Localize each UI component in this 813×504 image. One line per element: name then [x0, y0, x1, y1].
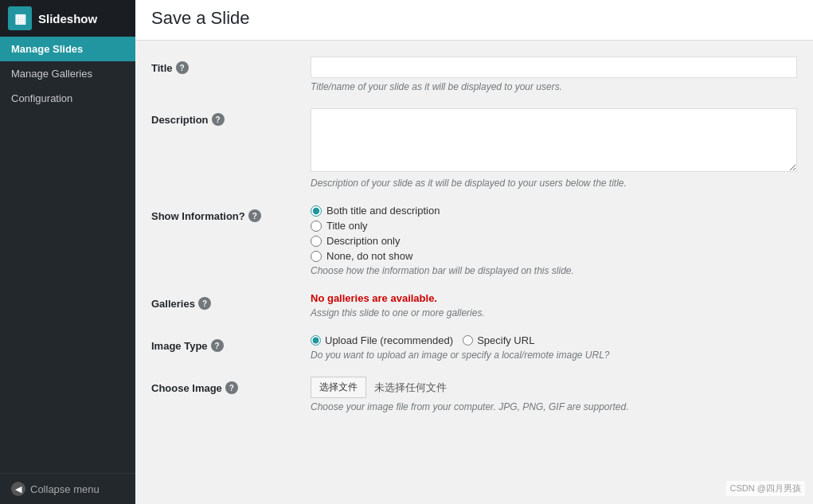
galleries-error: No galleries are available. — [311, 292, 797, 304]
description-field: Description of your slide as it will be … — [311, 108, 797, 189]
sidebar-item-manage-galleries[interactable]: Manage Galleries — [0, 61, 135, 86]
sidebar: ▦ Slideshow Manage Slides Manage Galleri… — [0, 0, 135, 504]
collapse-menu[interactable]: ◀ Collapse menu — [0, 473, 135, 504]
show-info-help-icon[interactable]: ? — [248, 209, 261, 222]
plugin-name: Slideshow — [38, 12, 97, 25]
radio-none[interactable]: None, do not show — [311, 250, 797, 262]
radio-both[interactable]: Both title and description — [311, 205, 797, 217]
content-area: Title ? Title/name of your slide as it w… — [135, 41, 813, 444]
galleries-hint: Assign this slide to one or more galleri… — [311, 307, 797, 318]
radio-url[interactable]: Specify URL — [463, 334, 534, 346]
show-info-field: Both title and description Title only De… — [311, 205, 797, 276]
galleries-field: No galleries are available. Assign this … — [311, 292, 797, 318]
radio-none-input[interactable] — [311, 251, 322, 262]
radio-upload-input[interactable] — [311, 335, 321, 346]
title-hint: Title/name of your slide as it will be d… — [311, 81, 797, 92]
radio-description-only-input[interactable] — [311, 236, 322, 247]
image-type-options: Upload File (recommended) Specify URL — [311, 334, 797, 346]
galleries-help-icon[interactable]: ? — [198, 297, 211, 310]
radio-url-input[interactable] — [463, 335, 473, 346]
choose-file-button[interactable]: 选择文件 — [311, 377, 366, 398]
page-title: Save a Slide — [151, 8, 797, 29]
galleries-row: Galleries ? No galleries are available. … — [151, 292, 797, 318]
choose-image-help-icon[interactable]: ? — [225, 381, 238, 394]
watermark: CSDN @四月男孩 — [726, 481, 805, 496]
title-label: Title ? — [151, 57, 311, 74]
image-type-help-icon[interactable]: ? — [211, 339, 224, 352]
image-type-hint: Do you want to upload an image or specif… — [311, 350, 797, 361]
title-input[interactable] — [311, 57, 797, 78]
plugin-icon: ▦ — [8, 6, 32, 30]
page-header: Save a Slide — [135, 0, 813, 41]
choose-image-field: 选择文件 未选择任何文件 Choose your image file from… — [311, 377, 797, 412]
description-help-icon[interactable]: ? — [212, 113, 225, 126]
radio-upload[interactable]: Upload File (recommended) — [311, 334, 453, 346]
image-type-label: Image Type ? — [151, 334, 311, 352]
title-field: Title/name of your slide as it will be d… — [311, 57, 797, 92]
file-name-label: 未选择任何文件 — [374, 381, 447, 395]
description-label: Description ? — [151, 108, 311, 126]
description-hint: Description of your slide as it will be … — [311, 178, 797, 189]
sidebar-item-configuration[interactable]: Configuration — [0, 86, 135, 111]
file-upload-row: 选择文件 未选择任何文件 — [311, 377, 797, 398]
radio-title-only[interactable]: Title only — [311, 220, 797, 232]
description-input[interactable] — [311, 108, 797, 172]
main-content: Save a Slide Title ? Title/name of your … — [135, 0, 813, 504]
show-info-hint: Choose how the information bar will be d… — [311, 265, 797, 276]
sidebar-nav: Manage Slides Manage Galleries Configura… — [0, 37, 135, 473]
title-help-icon[interactable]: ? — [176, 61, 189, 74]
collapse-icon: ◀ — [11, 482, 25, 496]
collapse-label: Collapse menu — [30, 483, 100, 495]
show-info-options: Both title and description Title only De… — [311, 205, 797, 262]
image-type-field: Upload File (recommended) Specify URL Do… — [311, 334, 797, 361]
sidebar-plugin-header: ▦ Slideshow — [0, 0, 135, 37]
galleries-label: Galleries ? — [151, 292, 311, 310]
show-info-label: Show Information? ? — [151, 205, 311, 222]
radio-both-input[interactable] — [311, 205, 322, 217]
radio-description-only[interactable]: Description only — [311, 235, 797, 247]
show-info-row: Show Information? ? Both title and descr… — [151, 205, 797, 276]
choose-image-hint: Choose your image file from your compute… — [311, 401, 797, 412]
sidebar-item-manage-slides[interactable]: Manage Slides — [0, 37, 135, 61]
choose-image-label: Choose Image ? — [151, 377, 311, 394]
image-type-row: Image Type ? Upload File (recommended) S… — [151, 334, 797, 361]
choose-image-row: Choose Image ? 选择文件 未选择任何文件 Choose your … — [151, 377, 797, 412]
radio-title-only-input[interactable] — [311, 221, 322, 232]
title-row: Title ? Title/name of your slide as it w… — [151, 57, 797, 92]
description-row: Description ? Description of your slide … — [151, 108, 797, 189]
